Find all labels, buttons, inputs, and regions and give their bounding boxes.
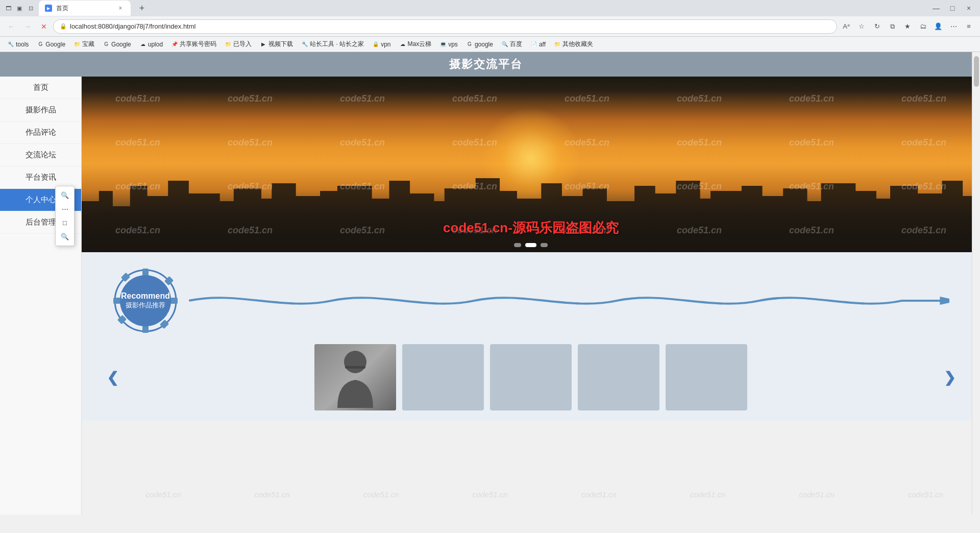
context-menu-item-copy[interactable]: □: [56, 216, 74, 230]
bookmark-webmaster[interactable]: 🔧 站长工具 · 站长之家: [298, 39, 367, 50]
svg-rect-46: [170, 298, 178, 304]
tab-close-button[interactable]: ×: [116, 4, 125, 12]
bookmark-aff[interactable]: 📄 aff: [527, 40, 549, 49]
svg-rect-28: [676, 181, 700, 252]
bookmark-video-dl[interactable]: ▶ 视频下载: [257, 39, 296, 50]
nav-actions: Aᵃ ☆ ↻ ⧉ ★ 🗂 👤 ⋯ ≡: [839, 19, 976, 34]
svg-rect-19: [476, 178, 500, 252]
bookmark-other-folders[interactable]: 📁 其他收藏夹: [551, 39, 596, 50]
site-title: 摄影交流平台: [449, 57, 523, 72]
reader-mode-button[interactable]: Aᵃ: [839, 19, 853, 34]
dot-1[interactable]: [514, 243, 521, 247]
bookmark-imported[interactable]: 📁 已导入: [222, 39, 255, 50]
photo-card-4[interactable]: [578, 344, 659, 410]
profile-button[interactable]: 👤: [931, 19, 945, 34]
svg-rect-30: [710, 191, 745, 252]
dot-3[interactable]: [541, 243, 548, 247]
photo-card-3[interactable]: [490, 344, 572, 410]
folder-icon: 📁: [74, 41, 81, 48]
dot-2[interactable]: [525, 243, 536, 247]
photo-card-1[interactable]: [314, 344, 396, 410]
security-icon: 🔒: [60, 23, 67, 30]
bookmark-vps[interactable]: 💻 vps: [436, 40, 461, 49]
split-button[interactable]: ⧉: [885, 19, 899, 34]
extensions-button[interactable]: ⋯: [946, 19, 961, 34]
back-button[interactable]: ←: [4, 19, 18, 34]
svg-rect-13: [337, 186, 372, 252]
svg-rect-16: [406, 193, 434, 252]
bookmark-tools[interactable]: 🔧 tools: [4, 40, 32, 49]
svg-rect-38: [890, 186, 918, 252]
sidebar-item-home[interactable]: 首页: [0, 77, 81, 99]
svg-rect-39: [914, 193, 945, 252]
context-menu-item-more[interactable]: ⋯: [56, 202, 74, 216]
prev-photo-button[interactable]: ❮: [102, 362, 122, 393]
scrollbar-thumb[interactable]: [974, 56, 979, 87]
bookmark-vpn[interactable]: 🔒 vpn: [369, 40, 394, 49]
svg-rect-44: [142, 326, 149, 333]
bookmark-google1[interactable]: G Google: [34, 40, 68, 49]
sidebar: 首页 摄影作品 作品评论 交流论坛 平台资讯 个人中心 后台管理 🔍 ⋯ □ 🔍: [0, 52, 82, 515]
minimize-button[interactable]: —: [929, 1, 943, 15]
google2-icon: G: [103, 41, 110, 48]
bookmark-baidu[interactable]: 🔍 百度: [498, 39, 525, 50]
menu-button[interactable]: ≡: [962, 19, 976, 34]
svg-marker-53: [940, 297, 949, 305]
active-tab[interactable]: ▶ 首页 ×: [39, 1, 131, 16]
hero-carousel-dots: [514, 243, 548, 247]
tab-title: 首页: [56, 4, 68, 13]
bookmark-baozang[interactable]: 📁 宝藏: [70, 39, 97, 50]
vpn-icon: 🔒: [372, 41, 379, 48]
url-text: localhost:8080/djangoi78j7/front/index.h…: [70, 22, 830, 30]
photo-card-2[interactable]: [402, 344, 484, 410]
cloud-icon: ☁: [139, 41, 146, 48]
photo-card-5[interactable]: [666, 344, 747, 410]
svg-rect-55: [345, 366, 365, 369]
bookmark-uplod[interactable]: ☁ uplod: [136, 40, 166, 49]
refresh-ext-button[interactable]: ↻: [870, 19, 884, 34]
maximize-button[interactable]: □: [945, 1, 960, 15]
context-menu-item-search[interactable]: 🔍: [56, 188, 74, 202]
aff-icon: 📄: [530, 41, 537, 48]
page-wrapper: code51.cn code51.cn code51.cn code51.cn …: [0, 52, 980, 515]
hero-overlay-text: code51.cn-源码乐园盗图必究: [443, 219, 619, 237]
bookmark-maxvpn[interactable]: ☁ Max云梯: [396, 39, 435, 50]
window-icon-2: ▣: [15, 4, 23, 12]
nav-bar: ← → ✕ 🔒 localhost:8080/djangoi78j7/front…: [0, 16, 980, 37]
scrollbar: [972, 52, 980, 515]
bookmark-google3[interactable]: G google: [463, 40, 496, 49]
new-tab-button[interactable]: +: [135, 1, 149, 15]
favorites-button[interactable]: ★: [900, 19, 915, 34]
browser-chrome: 🗖 ▣ ⊡ ▶ 首页 × + — □ × ← → ✕ 🔒 localhost:8…: [0, 0, 980, 52]
recommend-header: Recommend 摄影作品推荐: [82, 268, 980, 334]
recommend-badge-text: Recommend 摄影作品推荐: [120, 275, 171, 326]
bookmark-google2[interactable]: G Google: [100, 40, 134, 49]
bookmark-share-account[interactable]: 📌 共享账号密码: [168, 39, 219, 50]
maxvpn-icon: ☁: [399, 41, 406, 48]
sidebar-item-comments[interactable]: 作品评论: [0, 122, 81, 144]
next-photo-button[interactable]: ❯: [939, 362, 960, 393]
reload-button[interactable]: ✕: [37, 19, 51, 34]
svg-rect-32: [759, 196, 787, 252]
context-menu-item-zoom[interactable]: 🔍: [56, 230, 74, 244]
webmaster-icon: 🔧: [301, 41, 308, 48]
photo-cards-container: [122, 344, 939, 410]
forward-button[interactable]: →: [20, 19, 35, 34]
svg-rect-11: [292, 196, 324, 252]
collections-button[interactable]: 🗂: [916, 19, 930, 34]
recommend-section: Recommend 摄影作品推荐 ❮: [82, 252, 980, 421]
other-folders-icon: 📁: [554, 41, 561, 48]
sidebar-item-works[interactable]: 摄影作品: [0, 99, 81, 122]
vps-icon: 💻: [439, 41, 447, 48]
close-button[interactable]: ×: [962, 1, 976, 15]
wave-decoration: [189, 285, 949, 316]
svg-rect-4: [144, 196, 172, 252]
svg-rect-27: [652, 193, 679, 252]
hero-banner: code51.cn code51.cn code51.cn code51.cn …: [82, 77, 980, 252]
sidebar-item-forum[interactable]: 交流论坛: [0, 144, 81, 166]
svg-rect-36: [852, 191, 876, 252]
svg-rect-45: [113, 298, 120, 304]
site-header: 摄影交流平台: [0, 52, 972, 77]
address-bar[interactable]: 🔒 localhost:8080/djangoi78j7/front/index…: [53, 19, 837, 34]
star-button[interactable]: ☆: [854, 19, 869, 34]
